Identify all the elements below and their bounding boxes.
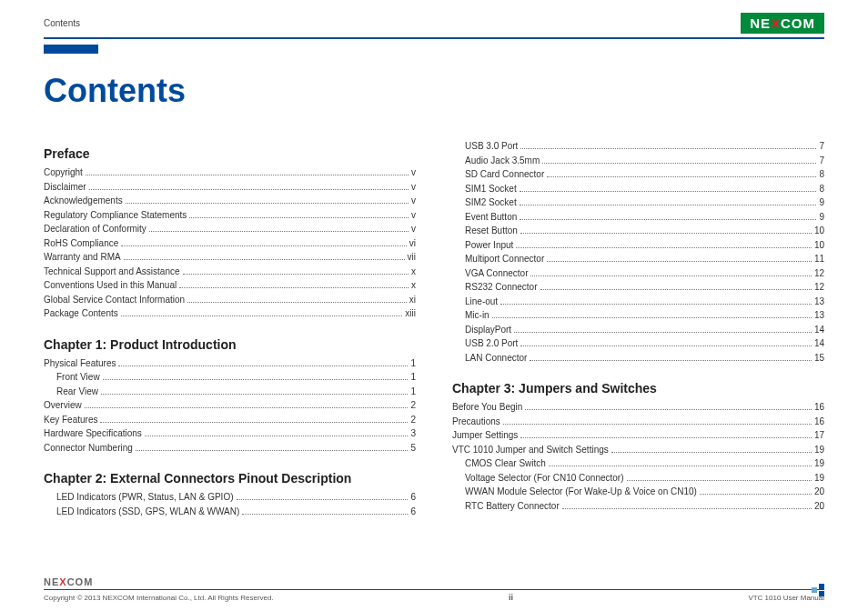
toc-entry[interactable]: Hardware Specifications3 <box>44 426 416 441</box>
toc-entry-page: vii <box>408 250 416 265</box>
toc-leader-dots <box>500 304 812 305</box>
toc-entry[interactable]: LED Indicators (PWR, Status, LAN & GPIO)… <box>44 490 416 505</box>
toc-entry-label: Hardware Specifications <box>44 426 142 441</box>
toc-entry-page: 19 <box>814 443 824 457</box>
toc-entry[interactable]: RS232 Connector12 <box>452 280 824 295</box>
toc-entry-page: 10 <box>814 224 824 238</box>
toc-entry[interactable]: USB 2.0 Port14 <box>452 336 824 351</box>
toc-entry-label: Rear View <box>44 385 98 399</box>
toc-entry-label: Warranty and RMA <box>44 250 121 265</box>
toc-entry-page: 10 <box>814 238 824 253</box>
toc-entry[interactable]: Key Features2 <box>44 413 416 427</box>
toc-entry-page: 7 <box>819 139 824 154</box>
toc-entry-label: CMOS Clear Switch <box>452 456 546 471</box>
toc-entry-page: 19 <box>814 471 824 486</box>
toc-entry-page: 9 <box>819 210 824 225</box>
toc-entry[interactable]: Audio Jack 3.5mm7 <box>452 154 824 168</box>
toc-entry[interactable]: Copyrightv <box>44 165 416 180</box>
toc-entry-page: 20 <box>814 485 824 499</box>
toc-section-heading: Chapter 2: External Connectors Pinout De… <box>44 471 416 486</box>
svg-rect-2 <box>819 591 824 596</box>
toc-entry-page: 17 <box>814 428 824 443</box>
toc-entry[interactable]: Reset Button10 <box>452 224 824 238</box>
toc-entry[interactable]: Power Input10 <box>452 238 824 253</box>
toc-entry[interactable]: CMOS Clear Switch19 <box>452 456 824 471</box>
toc-entry-label: Before You Begin <box>452 400 522 415</box>
toc-entry[interactable]: Acknowledgementsv <box>44 194 416 208</box>
toc-leader-dots <box>101 394 408 395</box>
toc-entry-label: Voltage Selector (For CN10 Connector) <box>452 471 624 486</box>
toc-entry[interactable]: Before You Begin16 <box>452 400 824 415</box>
toc-entry-page: 2 <box>410 413 416 427</box>
toc-entry[interactable]: Overview2 <box>44 398 416 413</box>
toc-entry[interactable]: VGA Connector12 <box>452 266 824 281</box>
toc-entry-page: 3 <box>410 426 416 441</box>
toc-entry[interactable]: SIM2 Socket9 <box>452 195 824 210</box>
toc-leader-dots <box>100 422 408 423</box>
toc-entry-page: 5 <box>410 441 416 456</box>
toc-entry-label: LED Indicators (PWR, Status, LAN & GPIO) <box>44 490 234 505</box>
toc-entry[interactable]: LED Indicators (SSD, GPS, WLAN & WWAN)6 <box>44 505 416 519</box>
toc-entry-label: VTC 1010 Jumper and Switch Settings <box>452 443 609 457</box>
toc-entry[interactable]: Multiport Connector11 <box>452 252 824 266</box>
toc-entry[interactable]: WWAN Module Selector (For Wake-Up & Voic… <box>452 485 824 499</box>
toc-entry[interactable]: Event Button9 <box>452 210 824 225</box>
toc-entry[interactable]: RTC Battery Connector20 <box>452 499 824 514</box>
toc-entry-label: Copyright <box>44 165 83 180</box>
toc-entry[interactable]: Conventions Used in this Manualx <box>44 278 416 293</box>
toc-entry[interactable]: Rear View1 <box>44 385 416 399</box>
toc-entry[interactable]: Global Service Contact Informationxi <box>44 293 416 307</box>
toc-entry-page: 14 <box>814 336 824 351</box>
toc-leader-dots <box>126 203 409 204</box>
toc-entry-page: 9 <box>819 195 824 210</box>
toc-entry[interactable]: LAN Connector15 <box>452 351 824 366</box>
toc-entry-page: x <box>411 265 416 279</box>
toc-entry-label: USB 3.0 Port <box>452 139 518 154</box>
toc-leader-dots <box>237 499 409 500</box>
toc-entry[interactable]: RoHS Compliancevi <box>44 236 416 251</box>
toc-entry[interactable]: USB 3.0 Port7 <box>452 139 824 154</box>
toc-entry-label: Declaration of Conformity <box>44 222 146 236</box>
header-accent <box>44 45 98 54</box>
toc-entry-page: 8 <box>819 167 824 182</box>
spacer <box>452 365 824 374</box>
toc-entry[interactable]: Declaration of Conformityv <box>44 222 416 236</box>
toc-entry[interactable]: Physical Features1 <box>44 356 416 371</box>
page-header: Contents NEXCOM <box>44 13 824 34</box>
toc-entry[interactable]: VTC 1010 Jumper and Switch Settings19 <box>452 443 824 457</box>
toc-entry[interactable]: SD Card Connector8 <box>452 167 824 182</box>
toc-entry[interactable]: Regulatory Compliance Statementsv <box>44 208 416 223</box>
toc-entry[interactable]: Precautions16 <box>452 415 824 429</box>
toc-entry-page: 6 <box>410 505 416 519</box>
toc-entry[interactable]: Disclaimerv <box>44 180 416 195</box>
toc-entry[interactable]: Voltage Selector (For CN10 Connector)19 <box>452 471 824 486</box>
toc-entry[interactable]: Connector Numbering5 <box>44 441 416 456</box>
copyright-text: Copyright © 2013 NEXCOM International Co… <box>44 594 274 602</box>
toc-entry[interactable]: Package Contentsxiii <box>44 306 416 321</box>
toc-entry[interactable]: Warranty and RMAvii <box>44 250 416 265</box>
toc-entry-label: LAN Connector <box>452 351 527 366</box>
toc-entry[interactable]: Technical Support and Assistancex <box>44 265 416 279</box>
toc-entry-page: 12 <box>814 280 824 295</box>
spacer <box>44 455 416 464</box>
toc-entry-page: 6 <box>410 490 416 505</box>
toc-entry-label: Overview <box>44 398 82 413</box>
toc-entry[interactable]: Line-out13 <box>452 295 824 309</box>
toc-entry-page: 16 <box>814 400 824 415</box>
toc-leader-dots <box>520 233 812 234</box>
toc-section-heading: Chapter 3: Jumpers and Switches <box>452 381 824 396</box>
toc-leader-dots <box>136 450 409 451</box>
footer-decoration-icon <box>812 584 824 596</box>
toc-entry[interactable]: Jumper Settings17 <box>452 428 824 443</box>
toc-leader-dots <box>530 360 812 361</box>
toc-leader-dots <box>121 245 407 246</box>
toc-entry[interactable]: Mic-in13 <box>452 308 824 323</box>
toc-leader-dots <box>179 287 409 288</box>
toc-entry[interactable]: DisplayPort14 <box>452 323 824 337</box>
footer-logo: NEXCOM <box>44 576 824 587</box>
page-number: ii <box>509 593 513 602</box>
toc-leader-dots <box>530 275 811 276</box>
toc-entry[interactable]: Front View1 <box>44 370 416 385</box>
toc-leader-dots <box>520 346 812 346</box>
toc-entry[interactable]: SIM1 Socket8 <box>452 182 824 196</box>
